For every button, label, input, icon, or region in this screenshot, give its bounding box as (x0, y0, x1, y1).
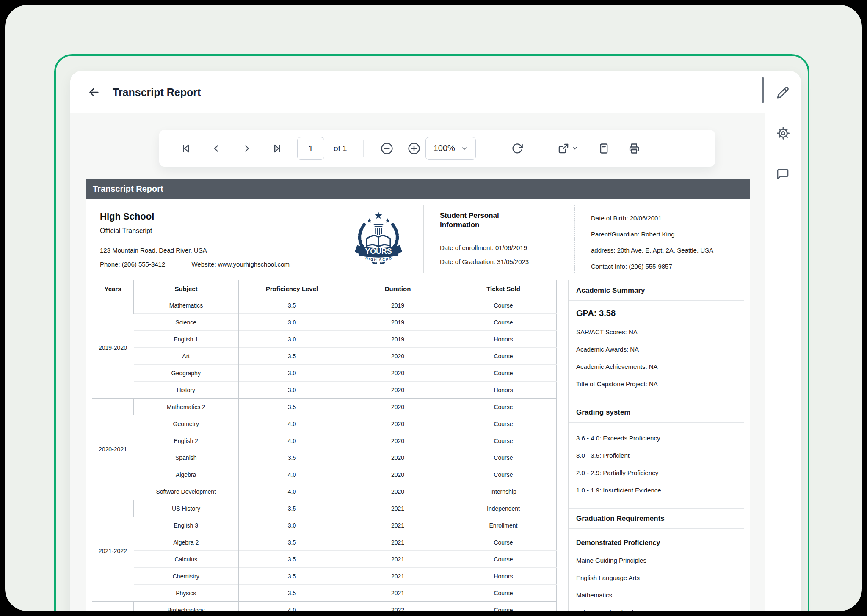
table-cell: Course (450, 348, 557, 365)
summary-section-body: 3.6 - 4.0: Exceeds Proficiency3.0 - 3.5:… (569, 423, 744, 508)
share-dropdown[interactable] (557, 142, 578, 155)
student-info-line: Date of Birth: 20/06/2001 (591, 214, 744, 222)
zoom-in-button[interactable] (407, 141, 421, 156)
zoom-out-icon (380, 142, 394, 155)
table-cell: 2021 (345, 534, 450, 551)
table-cell: Software Development (134, 483, 239, 500)
table-row: Art3.52020Course (92, 348, 557, 365)
edit-pencil-icon (776, 86, 790, 99)
comments-button[interactable] (776, 167, 790, 181)
summary-section-body: GPA: 3.58SAR/ACT Scores: NAAcademic Awar… (569, 301, 744, 402)
table-cell: 2019 (345, 314, 450, 331)
document-titlebar: Transcript Report (86, 179, 750, 199)
last-page-icon (271, 143, 283, 154)
zoom-level-dropdown[interactable]: 100% (425, 137, 476, 160)
school-logo: YOURS HIGH SCHOOL (355, 210, 402, 267)
table-cell: 2020 (345, 382, 450, 399)
document-title: Transcript Report (93, 184, 163, 194)
zoom-out-button[interactable] (380, 141, 394, 156)
student-info-line: Parent/Guardian: Robert King (591, 231, 744, 238)
student-info-line: address: 20th Ave. E. Apt. 2A, Seattle, … (591, 247, 744, 254)
chevron-down-icon (572, 145, 578, 151)
table-cell: Internship (450, 483, 557, 500)
print-button[interactable] (627, 141, 641, 156)
student-info-card: Student Personal Information Date of enr… (432, 205, 744, 273)
table-cell: Mathematics (134, 297, 239, 314)
column-header: Subject (134, 280, 239, 297)
table-cell: 3.0 (239, 365, 345, 382)
page-count-label: of 1 (334, 144, 347, 153)
back-button[interactable] (87, 85, 102, 99)
last-page-button[interactable] (270, 141, 284, 156)
next-page-icon (241, 143, 252, 154)
years-cell: 2019-2020 (92, 297, 134, 399)
table-header-row: YearsSubjectProficiency LevelDurationTic… (92, 280, 557, 297)
next-page-button[interactable] (240, 141, 254, 156)
summary-lead-value: GPA: 3.58 (576, 308, 736, 318)
table-cell: Geography (134, 365, 239, 382)
table-cell: 2019 (345, 331, 450, 348)
table-row: Geography3.02020Course (92, 365, 557, 382)
table-row: Spanish3.52020Course (92, 449, 557, 466)
table-cell: Science (134, 314, 239, 331)
table-cell: 2021 (345, 500, 450, 517)
table-cell: 4.0 (239, 466, 345, 483)
table-cell: Geometry (134, 415, 239, 432)
table-cell: Course (450, 314, 557, 331)
desktop-background: Transcript Report (5, 5, 862, 611)
table-cell: Chemistry (134, 568, 239, 585)
right-toolbar (765, 71, 801, 611)
table-cell: 3.5 (239, 348, 345, 365)
rotate-button[interactable] (510, 141, 525, 156)
edit-button[interactable] (776, 85, 790, 100)
school-crest-icon: YOURS HIGH SCHOOL (355, 210, 402, 265)
main-row: YearsSubjectProficiency LevelDurationTic… (92, 280, 744, 611)
summary-item: 2.0 - 2.9: Partially Proficiency (576, 469, 736, 476)
table-cell: Independent (450, 500, 557, 517)
table-cell: 2020 (345, 449, 450, 466)
school-info-card: High School Official Transcript 123 Moun… (92, 205, 424, 273)
table-cell: Art (134, 348, 239, 365)
student-info-heading: Student Personal Information (440, 211, 516, 230)
summary-item: Academic Awards: NA (576, 346, 736, 353)
previous-page-icon (211, 143, 222, 154)
years-cell: 2020-2021 (92, 399, 134, 500)
table-cell: Course (450, 415, 557, 432)
toolbar-separator (541, 140, 541, 157)
page-number-input[interactable] (297, 137, 324, 160)
table-cell: Honors (450, 568, 557, 585)
table-cell: 3.0 (239, 331, 345, 348)
first-page-icon (180, 143, 192, 154)
vertical-scrollbar-thumb[interactable] (762, 77, 764, 103)
school-phone: Phone: (206) 555-3412 (100, 261, 165, 268)
table-cell: 3.5 (239, 399, 345, 415)
table-cell: English 2 (134, 432, 239, 449)
table-cell: Course (450, 602, 557, 611)
table-cell: 4.0 (239, 483, 345, 500)
notes-button[interactable] (596, 141, 611, 156)
school-website: Website: www.yourhighschool.com (191, 261, 290, 268)
notes-icon (598, 143, 610, 154)
table-cell: 2021 (345, 517, 450, 534)
table-cell: 3.5 (239, 551, 345, 568)
table-row: Physics3.52021Course (92, 585, 557, 602)
table-row: Biotechnology4.02022Course (92, 602, 557, 611)
first-page-button[interactable] (179, 141, 193, 156)
table-cell: 4.0 (239, 432, 345, 449)
previous-page-button[interactable] (209, 141, 224, 156)
table-cell: 4.0 (239, 602, 345, 611)
table-cell: 3.5 (239, 500, 345, 517)
summary-item: 3.0 - 3.5: Proficient (576, 452, 736, 459)
settings-button[interactable] (776, 126, 790, 140)
table-cell: 3.5 (239, 585, 345, 602)
table-cell: 2020 (345, 365, 450, 382)
summary-item: Science and technology (576, 609, 736, 611)
summary-item: 1.0 - 1.9: Insufficient Evidence (576, 487, 736, 494)
table-cell: Course (450, 399, 557, 415)
table-cell: Spanish (134, 449, 239, 466)
table-cell: Honors (450, 382, 557, 399)
chevron-down-icon (461, 145, 468, 152)
table-cell: 2021 (345, 551, 450, 568)
app-frame: Transcript Report (54, 54, 809, 611)
table-cell: 2020 (345, 415, 450, 432)
